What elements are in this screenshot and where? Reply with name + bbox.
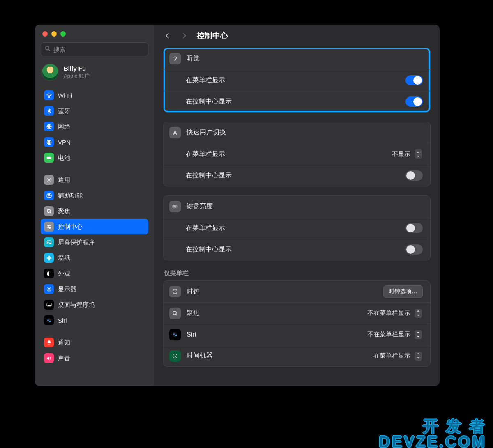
bluetooth-icon xyxy=(44,106,54,116)
sidebar-item-4[interactable]: 电池 xyxy=(41,150,148,165)
stepper-icon xyxy=(415,149,422,159)
toggle-switch[interactable] xyxy=(405,170,423,181)
speaker-icon xyxy=(44,353,54,363)
row-title: 时钟 xyxy=(187,287,200,296)
sidebar-item-10[interactable]: 屏幕保护程序 xyxy=(41,234,148,250)
svg-point-30 xyxy=(174,206,175,206)
sidebar-item-17[interactable]: 通知 xyxy=(41,335,148,350)
siri-icon xyxy=(44,315,54,325)
sidebar-item-3[interactable]: VPN xyxy=(41,134,148,150)
content-pane: 控制中心 听觉在菜单栏显示在控制中心显示 快速用户切换在菜单栏显示不显示在控制中… xyxy=(154,25,440,386)
toggle-switch[interactable] xyxy=(405,75,423,85)
sidebar-item-15[interactable]: Siri xyxy=(41,312,148,328)
sidebar-item-13[interactable]: 显示器 xyxy=(41,281,148,297)
row-title: 时间机器 xyxy=(187,352,213,360)
sidebar-item-6[interactable]: 通用 xyxy=(41,172,148,188)
svg-point-35 xyxy=(173,311,176,315)
sidebar-item-2[interactable]: 网络 xyxy=(41,119,148,134)
watermark: 开 发 者 DEVZE.COM xyxy=(379,418,486,448)
group-header: 快速用户切换 xyxy=(164,122,430,143)
apple-account-row[interactable]: Billy Fu Apple 账户 xyxy=(39,62,150,87)
svg-line-36 xyxy=(176,314,177,315)
settings-row: 在控制中心显示 xyxy=(164,239,430,260)
row-label: 在菜单栏显示 xyxy=(186,76,225,85)
sliders-icon xyxy=(44,222,54,232)
svg-point-7 xyxy=(48,179,50,181)
window-controls xyxy=(39,30,150,42)
page-title: 控制中心 xyxy=(197,30,228,41)
options-button[interactable]: 时钟选项… xyxy=(383,285,423,298)
search-input[interactable] xyxy=(51,46,145,53)
popup-select[interactable]: 在菜单栏显示 xyxy=(373,352,423,361)
user-icon xyxy=(169,127,181,138)
sidebar-item-label: VPN xyxy=(58,139,71,146)
row-label: 在菜单栏显示 xyxy=(186,224,225,232)
bell-icon xyxy=(44,338,54,347)
forward-button[interactable] xyxy=(179,30,189,41)
sidebar-item-7[interactable]: 辅助功能 xyxy=(41,188,148,203)
sidebar-item-9[interactable]: 控制中心 xyxy=(41,219,148,234)
svg-line-1 xyxy=(48,49,50,51)
svg-point-9 xyxy=(48,194,49,195)
popup-select[interactable]: 不在菜单栏显示 xyxy=(366,330,423,339)
close-window-button[interactable] xyxy=(42,31,48,37)
sidebar: Billy Fu Apple 账户 Wi-Fi蓝牙网络VPN电池通用辅助功能聚焦… xyxy=(35,25,154,386)
popup-select[interactable]: 不显示 xyxy=(391,149,423,159)
sidebar-item-label: 显示器 xyxy=(58,285,76,293)
search-icon xyxy=(169,308,181,319)
svg-point-23 xyxy=(48,288,50,290)
sun-icon xyxy=(44,284,54,294)
group-title: 键盘亮度 xyxy=(187,202,213,211)
toggle-switch[interactable] xyxy=(405,96,423,107)
contrast-icon xyxy=(44,269,54,278)
clock-icon xyxy=(169,286,181,297)
keyboard-icon xyxy=(169,201,181,212)
scroll-pane[interactable]: 听觉在菜单栏显示在控制中心显示 快速用户切换在菜单栏显示不显示在控制中心显示 键… xyxy=(154,48,440,386)
sidebar-item-14[interactable]: 桌面与程序坞 xyxy=(41,297,148,312)
sidebar-item-label: Wi-Fi xyxy=(58,92,72,99)
popup-select[interactable]: 不在菜单栏显示 xyxy=(366,309,423,318)
search-icon xyxy=(44,206,54,216)
row-title: Siri xyxy=(187,331,196,338)
sidebar-item-12[interactable]: 外观 xyxy=(41,266,148,281)
globe-icon xyxy=(44,137,54,147)
globe-icon xyxy=(44,122,54,131)
svg-point-0 xyxy=(46,46,49,50)
avatar xyxy=(41,64,59,81)
sidebar-item-8[interactable]: 聚焦 xyxy=(41,203,148,219)
sidebar-item-label: 网络 xyxy=(58,123,70,131)
row-label: 在控制中心显示 xyxy=(186,171,232,180)
sidebar-item-1[interactable]: 蓝牙 xyxy=(41,103,148,119)
svg-point-20 xyxy=(47,257,48,259)
svg-point-32 xyxy=(176,206,176,206)
toggle-switch[interactable] xyxy=(405,223,423,233)
sidebar-item-label: 控制中心 xyxy=(58,223,83,231)
sidebar-item-18[interactable]: 声音 xyxy=(41,350,148,366)
row-label: 在菜单栏显示 xyxy=(186,150,225,159)
sidebar-item-0[interactable]: Wi-Fi xyxy=(41,87,148,103)
ear-icon xyxy=(169,53,181,64)
settings-group: 键盘亮度在菜单栏显示在控制中心显示 xyxy=(163,195,431,260)
search-field[interactable] xyxy=(41,42,148,56)
content-header: 控制中心 xyxy=(154,25,440,48)
menu-only-card: 时钟 时钟选项… 聚焦 不在菜单栏显示 Siri 不在菜单栏显示 时间机器 在菜… xyxy=(163,280,431,367)
sidebar-item-label: 墙纸 xyxy=(58,254,70,262)
group-header: 键盘亮度 xyxy=(164,196,430,217)
minimize-window-button[interactable] xyxy=(51,31,57,37)
svg-point-27 xyxy=(174,131,176,132)
sidebar-item-label: 电池 xyxy=(58,154,70,162)
sidebar-item-label: 通知 xyxy=(58,339,70,347)
sidebar-item-11[interactable]: 墙纸 xyxy=(41,250,148,266)
svg-point-19 xyxy=(48,259,50,260)
sidebar-item-label: 通用 xyxy=(58,176,70,184)
sidebar-item-label: 屏幕保护程序 xyxy=(58,239,95,246)
back-button[interactable] xyxy=(162,30,173,41)
row-label: 在控制中心显示 xyxy=(186,245,232,254)
toggle-switch[interactable] xyxy=(405,244,423,255)
settings-row: 在菜单栏显示不显示 xyxy=(164,143,430,165)
zoom-window-button[interactable] xyxy=(60,31,66,37)
account-subtitle: Apple 账户 xyxy=(64,72,90,80)
stepper-icon xyxy=(415,352,422,361)
svg-point-2 xyxy=(48,97,49,98)
settings-window: Billy Fu Apple 账户 Wi-Fi蓝牙网络VPN电池通用辅助功能聚焦… xyxy=(35,25,440,386)
